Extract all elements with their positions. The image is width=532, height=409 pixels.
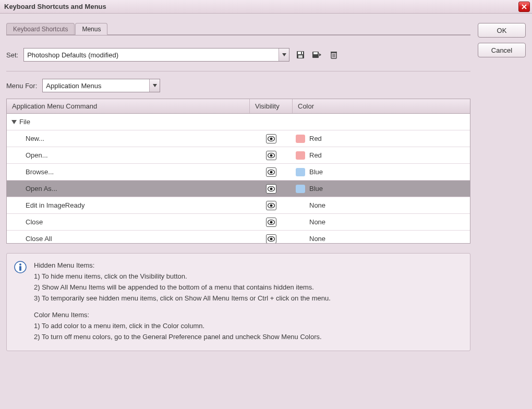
info-icon: [14, 261, 27, 273]
svg-point-14: [270, 154, 273, 157]
visibility-cell: [250, 151, 293, 160]
visibility-toggle[interactable]: [266, 184, 276, 194]
set-select[interactable]: Photoshop Defaults (modified): [23, 48, 289, 62]
info-line: 2) Show All Menu Items will be appended …: [34, 283, 331, 293]
delete-set-button[interactable]: [328, 49, 340, 61]
tab-keyboard-shortcuts[interactable]: Keyboard Shortcuts: [6, 23, 75, 34]
color-cell[interactable]: None: [293, 201, 470, 210]
visibility-cell: [250, 201, 293, 210]
info-text: Hidden Menu Items: 1) To hide menu items…: [34, 261, 331, 343]
side-column: OK Cancel: [478, 23, 526, 403]
tab-bar: Keyboard Shortcuts Menus: [6, 23, 470, 35]
visibility-toggle[interactable]: [266, 218, 276, 227]
dialog-body: Keyboard Shortcuts Menus Set: Photoshop …: [0, 14, 532, 409]
info-line: 1) To add color to a menu item, click in…: [34, 321, 331, 331]
tab-menus[interactable]: Menus: [75, 23, 107, 35]
eye-icon: [268, 153, 275, 158]
eye-icon: [268, 236, 275, 242]
color-swatch: [296, 151, 305, 160]
menu-for-select[interactable]: Application Menus: [42, 79, 160, 92]
color-cell[interactable]: Blue: [293, 185, 470, 193]
command-cell: Close: [7, 218, 250, 226]
visibility-toggle[interactable]: [266, 201, 276, 210]
group-label: File: [19, 118, 30, 126]
command-cell: Close All: [7, 235, 250, 243]
eye-icon: [268, 136, 275, 141]
svg-rect-1: [298, 52, 303, 54]
visibility-toggle[interactable]: [266, 167, 276, 177]
svg-point-12: [270, 137, 273, 140]
col-visibility[interactable]: Visibility: [250, 99, 293, 113]
command-cell: Browse...: [7, 168, 250, 176]
visibility-toggle[interactable]: [266, 134, 276, 143]
table-row[interactable]: Open...Red: [7, 147, 470, 164]
info-panel: Hidden Menu Items: 1) To hide menu items…: [6, 253, 470, 351]
info-line: 3) To temporarily see hidden menu items,…: [34, 294, 331, 304]
command-cell: Edit in ImageReady: [7, 201, 250, 209]
color-label: Blue: [309, 168, 323, 176]
color-cell[interactable]: None: [293, 218, 470, 226]
command-cell: New...: [7, 135, 250, 142]
table-row[interactable]: Browse...Blue: [7, 164, 470, 181]
set-label: Set:: [6, 51, 18, 59]
ok-button[interactable]: OK: [478, 23, 526, 38]
table-row[interactable]: Edit in ImageReadyNone: [7, 197, 470, 214]
color-label: None: [309, 218, 325, 226]
color-swatch: [296, 235, 305, 243]
info-heading-hidden: Hidden Menu Items:: [34, 261, 331, 271]
menu-table: Application Menu Command Visibility Colo…: [6, 99, 470, 244]
table-row[interactable]: CloseNone: [7, 214, 470, 231]
cancel-button[interactable]: Cancel: [478, 43, 526, 57]
table-row[interactable]: Open As...Blue: [7, 181, 470, 197]
group-row-file[interactable]: File: [7, 114, 470, 130]
color-swatch: [296, 185, 305, 193]
svg-point-20: [270, 204, 273, 207]
table-body[interactable]: File New...RedOpen...RedBrowse...BlueOpe…: [7, 114, 470, 243]
save-set-button[interactable]: [295, 49, 306, 61]
table-row[interactable]: Close AllNone: [7, 231, 470, 243]
eye-icon: [268, 220, 275, 225]
col-color[interactable]: Color: [293, 99, 470, 113]
title-bar: Keyboard Shortcuts and Menus: [0, 0, 532, 14]
command-cell: Open As...: [7, 185, 250, 193]
color-swatch: [296, 135, 305, 143]
color-label: Red: [309, 135, 322, 142]
svg-point-18: [270, 187, 273, 190]
svg-point-26: [19, 263, 21, 266]
save-set-as-button[interactable]: [311, 49, 323, 61]
svg-point-16: [270, 171, 273, 173]
chevron-down-icon: [149, 79, 160, 92]
visibility-cell: [250, 218, 293, 227]
svg-rect-3: [301, 52, 302, 54]
visibility-cell: [250, 134, 293, 143]
menu-for-row: Menu For: Application Menus: [6, 79, 470, 92]
visibility-toggle[interactable]: [266, 151, 276, 160]
window-title: Keyboard Shortcuts and Menus: [4, 3, 106, 10]
chevron-down-icon: [279, 49, 289, 61]
floppy-arrow-icon: [312, 50, 322, 59]
floppy-icon: [296, 50, 305, 59]
command-cell: Open...: [7, 151, 250, 159]
close-button[interactable]: [518, 2, 530, 12]
col-command[interactable]: Application Menu Command: [7, 99, 250, 113]
main-column: Keyboard Shortcuts Menus Set: Photoshop …: [6, 23, 470, 403]
svg-rect-5: [313, 52, 318, 54]
color-cell[interactable]: None: [293, 235, 470, 243]
color-swatch: [296, 201, 305, 210]
svg-point-24: [270, 237, 273, 240]
menu-for-label: Menu For:: [6, 82, 37, 90]
color-cell[interactable]: Blue: [293, 168, 470, 176]
divider: [6, 71, 470, 71]
color-swatch: [296, 168, 305, 176]
set-row: Set: Photoshop Defaults (modified): [6, 48, 470, 62]
table-row[interactable]: New...Red: [7, 130, 470, 147]
color-label: None: [309, 235, 325, 243]
color-cell[interactable]: Red: [293, 135, 470, 143]
info-line: 1) To hide menu items, click on the Visi…: [34, 272, 331, 282]
visibility-cell: [250, 184, 293, 194]
svg-rect-7: [331, 52, 337, 53]
color-cell[interactable]: Red: [293, 151, 470, 160]
close-icon: [522, 4, 527, 9]
visibility-toggle[interactable]: [266, 234, 276, 244]
info-line: 2) To turn off menu colors, go to the Ge…: [34, 332, 331, 342]
